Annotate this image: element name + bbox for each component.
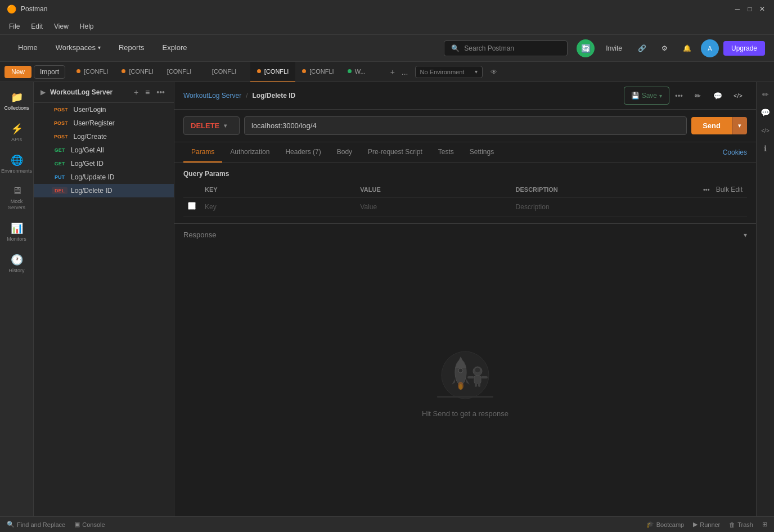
bootcamp-button[interactable]: 🎓 Bootcamp [646, 521, 685, 528]
new-button[interactable]: New [4, 66, 32, 78]
top-nav-right: 🔄 Invite 🔗 ⚙ 🔔 A Upgrade [577, 39, 765, 57]
notifications-icon[interactable]: 🔔 [678, 39, 696, 57]
bottom-right: 🎓 Bootcamp ▶ Runner 🗑 Trash ⊞ [646, 521, 767, 528]
runner-button[interactable]: ▶ Runner [693, 521, 720, 528]
maximize-button[interactable]: □ [745, 4, 755, 14]
endpoint-label: User/Register [74, 119, 115, 127]
comment-icon[interactable]: 💬 [709, 87, 727, 105]
invite-button[interactable]: Invite [599, 41, 629, 56]
endpoint-log-update-id[interactable]: PUT Log/Update ID [34, 170, 174, 184]
bulk-edit-header: ••• Bulk Edit [667, 182, 747, 197]
code-gen-icon[interactable]: </> [729, 87, 747, 105]
tab-6[interactable]: W... [341, 62, 386, 82]
send-button[interactable]: Send [691, 117, 732, 134]
cookies-link[interactable]: Cookies [723, 148, 747, 156]
workspaces-chevron: ▾ [98, 44, 101, 51]
endpoint-log-get-all[interactable]: GET Log/Get All [34, 143, 174, 157]
tab-2[interactable]: [CONFLI [160, 62, 205, 82]
console-label: Console [82, 521, 105, 528]
request-header-actions: 💾 Save ▾ ••• ✏ 💬 </> [624, 87, 747, 105]
code-panel-icon[interactable]: </> [758, 123, 773, 138]
layout-icon: ⊞ [762, 521, 767, 528]
nav-workspaces[interactable]: Workspaces ▾ [47, 35, 110, 62]
sidebar-item-history[interactable]: 🕐 History [2, 249, 32, 278]
app-title: Postman [21, 5, 47, 13]
method-select[interactable]: DELETE ▾ [183, 116, 240, 135]
nav-explore[interactable]: Explore [154, 35, 196, 62]
save-icon: 💾 [631, 92, 640, 100]
tab-pre-request[interactable]: Pre-request Script [360, 142, 430, 163]
nav-reports[interactable]: Reports [110, 35, 154, 62]
upgrade-button[interactable]: Upgrade [723, 41, 765, 56]
settings-icon[interactable]: ⚙ [656, 39, 674, 57]
method-put-badge: PUT [52, 174, 68, 181]
param-checkbox[interactable] [188, 202, 196, 210]
edit-icon[interactable]: ✏ [688, 87, 706, 105]
search-bar[interactable]: 🔍 Search Postman [444, 40, 568, 56]
tab-1-dot [122, 69, 125, 73]
endpoint-user-register[interactable]: POST User/Register [34, 116, 174, 130]
env-eye-icon[interactable]: 👁 [485, 63, 503, 81]
url-input[interactable] [244, 116, 687, 135]
sort-collection-button[interactable]: ≡ [143, 87, 152, 98]
description-input[interactable] [516, 203, 662, 211]
add-tab-button[interactable]: + [388, 66, 397, 78]
menu-edit[interactable]: Edit [26, 20, 47, 33]
interceptor-icon[interactable]: 🔗 [633, 39, 651, 57]
response-chevron: ▾ [744, 231, 747, 239]
key-input[interactable] [205, 203, 351, 211]
console-button[interactable]: ▣ Console [74, 521, 105, 528]
tab-settings[interactable]: Settings [462, 142, 502, 163]
minimize-button[interactable]: ─ [732, 4, 742, 14]
empty-response-text: Hit Send to get a response [422, 409, 508, 418]
tab-body[interactable]: Body [329, 142, 360, 163]
runner-label: Runner [700, 521, 720, 528]
tab-params[interactable]: Params [183, 142, 222, 163]
tab-3[interactable]: [CONFLI [205, 62, 250, 82]
endpoint-log-get-id[interactable]: GET Log/Get ID [34, 157, 174, 170]
tab-4[interactable]: [CONFLI [250, 62, 295, 82]
save-button[interactable]: 💾 Save ▾ [624, 87, 669, 105]
menu-help[interactable]: Help [75, 20, 98, 33]
tab-headers[interactable]: Headers (7) [277, 142, 328, 163]
add-collection-button[interactable]: + [132, 87, 141, 98]
find-replace-button[interactable]: 🔍 Find and Replace [7, 521, 65, 528]
endpoint-user-login[interactable]: POST User/Login [34, 103, 174, 116]
method-post-badge: POST [52, 120, 70, 127]
comment-panel-icon[interactable]: 💬 [758, 105, 773, 120]
import-button[interactable]: Import [34, 65, 65, 79]
sidebar-item-mock-servers[interactable]: 🖥 Mock Servers [2, 181, 32, 215]
value-input[interactable] [360, 203, 506, 211]
sidebar-item-collections[interactable]: 📁 Collections [2, 87, 32, 116]
tab-authorization[interactable]: Authorization [222, 142, 277, 163]
info-panel-icon[interactable]: ℹ [758, 141, 773, 156]
menu-file[interactable]: File [4, 20, 24, 33]
send-dropdown-button[interactable]: ▾ [732, 117, 747, 134]
breadcrumb-current: Log/Delete ID [253, 92, 296, 100]
close-button[interactable]: ✕ [757, 4, 767, 14]
tab-actions: + ... [388, 66, 411, 78]
nav-home[interactable]: Home [9, 35, 47, 62]
profile-icon[interactable]: A [701, 39, 719, 57]
request-more-button[interactable]: ••• [672, 87, 686, 105]
tab-0[interactable]: [CONFLI [70, 62, 115, 82]
endpoint-log-create[interactable]: POST Log/Create [34, 130, 174, 143]
tab-tests[interactable]: Tests [430, 142, 462, 163]
more-collection-button[interactable]: ••• [154, 87, 167, 98]
menu-view[interactable]: View [50, 20, 73, 33]
console-icon: ▣ [74, 521, 80, 528]
tab-5[interactable]: [CONFLI [295, 62, 340, 82]
trash-button[interactable]: 🗑 Trash [729, 521, 753, 528]
sidebar-item-monitors[interactable]: 📊 Monitors [2, 218, 32, 247]
tab-1[interactable]: [CONFLI [115, 62, 160, 82]
more-tabs-button[interactable]: ... [399, 66, 411, 78]
bulk-edit-button[interactable]: Bulk Edit [716, 186, 742, 193]
breadcrumb-collection[interactable]: WorkoutLog Server [183, 92, 241, 100]
sidebar-item-environments[interactable]: 🌐 Environments [2, 150, 32, 179]
environment-selector[interactable]: No Environment ▾ [415, 66, 483, 78]
sidebar-item-apis[interactable]: ⚡ APIs [2, 118, 32, 147]
mock-servers-label: Mock Servers [4, 199, 29, 211]
layout-button[interactable]: ⊞ [762, 521, 767, 528]
edit-panel-icon[interactable]: ✏ [758, 87, 773, 102]
endpoint-log-delete-id[interactable]: DEL Log/Delete ID [34, 184, 174, 197]
